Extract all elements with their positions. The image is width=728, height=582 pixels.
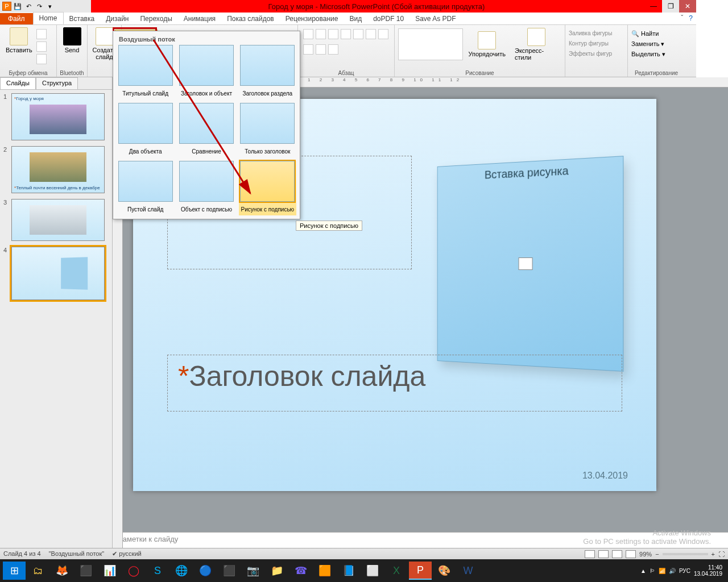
layout-item-title-only[interactable]: Только заголовок — [239, 103, 296, 157]
layout-item-section-header[interactable]: Заголовок раздела — [239, 45, 296, 99]
slide-thumb-2[interactable]: *Теплый почти весенний день в декабре — [11, 146, 105, 193]
indent-dec-icon[interactable] — [328, 29, 338, 39]
shape-outline-button[interactable]: Контур фигуры — [569, 39, 624, 49]
numbering-icon[interactable] — [316, 29, 326, 39]
help-icon[interactable]: ? — [689, 14, 693, 22]
tray-flag-icon[interactable]: 🏳 — [650, 568, 655, 574]
line-spacing-icon[interactable] — [353, 29, 363, 39]
firefox-icon[interactable]: 🦊 — [51, 562, 73, 580]
send-label: Send — [65, 47, 80, 53]
slide-thumb-3[interactable] — [11, 199, 105, 241]
tab-home[interactable]: Home — [33, 12, 64, 24]
tab-slideshow[interactable]: Показ слайдов — [221, 13, 280, 24]
tray-up-icon[interactable]: ▲ — [640, 568, 646, 574]
justify-icon[interactable] — [316, 44, 326, 55]
zoom-slider[interactable] — [663, 553, 696, 555]
layout-item-content-caption[interactable]: Объект с подписью — [177, 161, 235, 215]
powerpoint-taskbar-icon[interactable]: P — [409, 562, 432, 580]
bullets-icon[interactable] — [303, 29, 313, 39]
layout-item-title-content[interactable]: Заголовок и объект — [177, 45, 235, 99]
align-left-icon[interactable] — [366, 29, 376, 39]
slide-thumb-4[interactable] — [11, 247, 105, 300]
reading-view-button[interactable] — [612, 550, 622, 558]
app-icon-3[interactable]: 🔵 — [194, 562, 217, 580]
tab-insert[interactable]: Вставка — [64, 13, 101, 24]
slideshow-view-button[interactable] — [626, 550, 636, 558]
tab-design[interactable]: Дизайн — [100, 13, 134, 24]
arrange-label: Упорядочить — [469, 51, 506, 57]
layout-item-two-content[interactable]: Два объекта — [117, 103, 174, 157]
app-icon-10[interactable]: 🎨 — [433, 562, 456, 580]
viber-icon[interactable]: ☎ — [289, 562, 312, 580]
status-language[interactable]: ✔ русский — [112, 550, 142, 558]
tray-language[interactable]: РУС — [679, 568, 690, 574]
thumbnails-list[interactable]: 1*Город у моря 2*Теплый почти весенний д… — [0, 90, 112, 548]
slide-thumb-1[interactable]: *Город у моря — [11, 93, 105, 140]
format-painter-icon[interactable] — [36, 54, 47, 64]
tray-volume-icon[interactable]: 🔊 — [669, 568, 676, 574]
tray-clock[interactable]: 11:40 13.04.2019 — [694, 564, 696, 577]
app-icon-1[interactable]: ⬛ — [75, 562, 97, 580]
opera-icon[interactable]: ◯ — [122, 562, 145, 580]
tab-saveaspdf[interactable]: Save As PDF — [410, 13, 461, 24]
shape-effects-button[interactable]: Эффекты фигур — [569, 49, 624, 59]
find-button[interactable]: 🔍 Найти — [631, 28, 681, 39]
sorter-view-button[interactable] — [598, 550, 609, 558]
align-right-icon[interactable] — [303, 44, 313, 55]
zoom-out-button[interactable]: − — [655, 551, 659, 558]
app-icon-7[interactable]: 🟧 — [313, 562, 336, 580]
app-icon-4[interactable]: ⬛ — [218, 562, 241, 580]
tab-transitions[interactable]: Переходы — [134, 13, 177, 24]
tray-network-icon[interactable]: 📶 — [659, 568, 665, 574]
tab-review[interactable]: Рецензирование — [280, 13, 344, 24]
select-label: Выделить — [631, 51, 660, 57]
file-tab[interactable]: Файл — [0, 13, 33, 24]
app-icon-8[interactable]: 📘 — [337, 562, 360, 580]
shape-fill-button[interactable]: Заливка фигуры — [569, 28, 624, 39]
layout-item-title-slide[interactable]: Титульный слайд — [117, 45, 174, 99]
app-icon-2[interactable]: 📊 — [98, 562, 121, 580]
title-placeholder[interactable]: *Заголовок слайда — [167, 355, 622, 411]
picture-placeholder[interactable]: Вставка рисунка — [437, 156, 624, 372]
tab-view[interactable]: Вид — [344, 13, 367, 24]
select-button[interactable]: Выделить ▾ — [631, 49, 681, 59]
maximize-button[interactable]: ❐ — [662, 0, 679, 13]
send-button[interactable]: Send — [59, 26, 85, 55]
layout-item-blank[interactable]: Пустой слайд — [117, 161, 174, 215]
qat-dropdown-icon[interactable]: ▾ — [46, 2, 55, 11]
arrange-button[interactable]: Упорядочить — [465, 30, 509, 59]
insert-picture-icon[interactable] — [519, 257, 533, 270]
normal-view-button[interactable] — [585, 550, 595, 558]
replace-button[interactable]: Заменить ▾ — [631, 39, 681, 49]
zoom-level[interactable]: 99% — [639, 551, 652, 558]
columns-icon[interactable] — [328, 44, 338, 55]
app-icon-9[interactable]: ⬜ — [361, 562, 384, 580]
chrome-icon[interactable]: 🌐 — [170, 562, 193, 580]
minimize-button[interactable]: — — [645, 0, 662, 13]
explorer-icon[interactable]: 🗂 — [27, 562, 49, 580]
tab-dopdf[interactable]: doPDF 10 — [367, 13, 410, 24]
pane-tab-slides[interactable]: Слайды — [0, 77, 36, 89]
tab-animation[interactable]: Анимация — [178, 13, 221, 24]
app-icon-6[interactable]: 📁 — [266, 562, 288, 580]
copy-icon[interactable] — [36, 41, 47, 52]
redo-icon[interactable]: ↷ — [35, 2, 44, 11]
indent-inc-icon[interactable] — [341, 29, 351, 39]
close-button[interactable]: ✕ — [679, 0, 696, 13]
shapes-gallery[interactable] — [398, 28, 463, 60]
express-styles-button[interactable]: Экспресс-стили — [511, 27, 561, 62]
align-center-icon[interactable] — [378, 29, 388, 39]
start-button[interactable]: ⊞ — [3, 562, 26, 580]
word-icon[interactable]: W — [457, 562, 479, 580]
paste-button[interactable]: Вставить — [2, 26, 36, 65]
save-icon[interactable]: 💾 — [13, 2, 22, 11]
layout-item-comparison[interactable]: Сравнение — [177, 103, 235, 157]
skype-icon[interactable]: S — [146, 562, 169, 580]
pane-tab-outline[interactable]: Структура — [36, 77, 78, 89]
excel-icon[interactable]: X — [385, 562, 408, 580]
cut-icon[interactable] — [36, 29, 47, 39]
undo-icon[interactable]: ↶ — [24, 2, 33, 11]
layout-item-picture-caption[interactable]: Рисунок с подписью — [239, 161, 296, 215]
minimize-ribbon-icon[interactable]: ˇ — [681, 14, 683, 22]
app-icon-5[interactable]: 📷 — [242, 562, 264, 580]
